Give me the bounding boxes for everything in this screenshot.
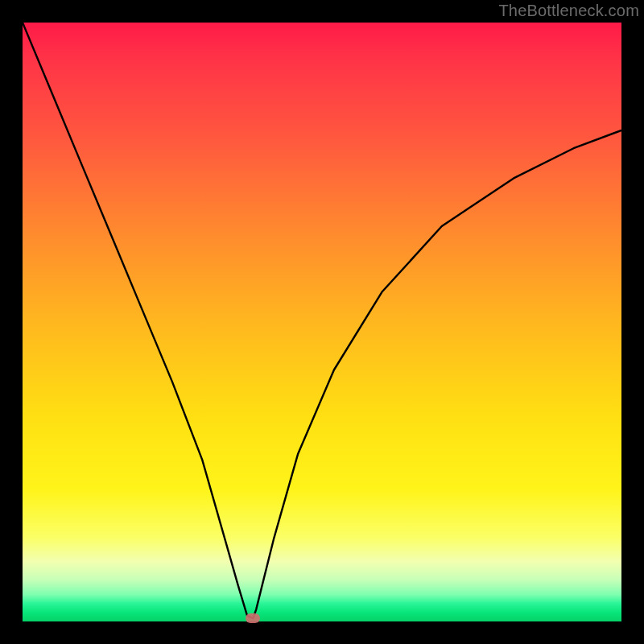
optimal-point-marker — [246, 613, 260, 623]
plot-area — [23, 23, 621, 621]
bottleneck-curve — [23, 23, 621, 618]
watermark-text: TheBottleneck.com — [498, 2, 639, 20]
chart-frame: TheBottleneck.com — [0, 0, 644, 644]
curve-layer — [23, 23, 621, 621]
